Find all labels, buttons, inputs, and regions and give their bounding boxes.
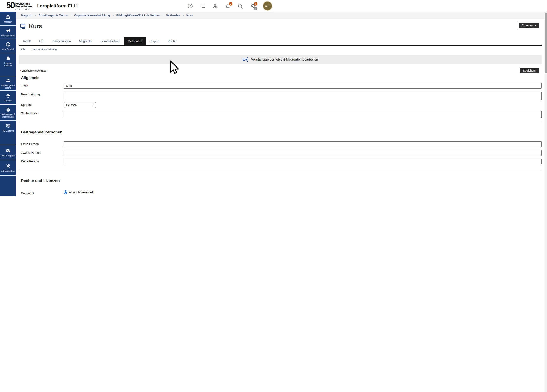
smiley-icon <box>6 42 11 47</box>
agenda-button[interactable] <box>200 3 205 9</box>
breadcrumb-item[interactable]: Abteilungen & Teams <box>39 14 68 17</box>
copyright-radio-selected[interactable] <box>64 190 67 194</box>
svg-text:***: *** <box>7 125 9 127</box>
search-icon <box>238 3 243 9</box>
sidebar-item-gremien[interactable]: Gremien <box>0 90 16 105</box>
sidebar-item-lehre-studium[interactable]: Lehre & Studium <box>0 53 16 77</box>
chevron-right-icon: › <box>70 14 71 17</box>
search-button[interactable] <box>237 3 243 9</box>
tab-info[interactable]: Info <box>35 37 48 45</box>
contacts-badge-bottom: 1 <box>254 7 258 10</box>
edit-full-metadata-banner[interactable]: Vollständige Lernobjekt-Metadaten bearbe… <box>19 55 274 64</box>
online-status-button[interactable]: ! <box>212 3 218 9</box>
titel-label: Titel* <box>19 83 64 87</box>
copyright-label: Copyright <box>19 190 64 195</box>
breadcrumb-item[interactable]: Magazin <box>21 14 32 17</box>
section-heading-beitragende: Beitragende Personen <box>21 130 274 135</box>
sidebar-item-vertretungen[interactable]: Vertretungen & Beauftragte <box>0 105 16 121</box>
tab-metadaten[interactable]: Metadaten <box>124 37 146 45</box>
app-header: 50 Hochschule Bremerhaven 1975 – 2025 Le… <box>0 0 274 12</box>
contacts-button[interactable]: 1 1 <box>250 3 256 9</box>
subtab-bar: LOM Taxonomiezuordnung <box>19 48 274 51</box>
breadcrumb-item[interactable]: Kurs <box>186 14 193 17</box>
required-note: * Erforderliche Angabe <box>20 69 46 72</box>
titel-input[interactable] <box>64 83 274 89</box>
chevron-right-icon: › <box>113 14 114 17</box>
main-content: Kurs Aktionen▼ Inhalt Info Einstellungen… <box>16 19 274 196</box>
tab-lernfortschritt[interactable]: Lernfortschritt <box>96 37 124 45</box>
notifications-badge: 2 <box>229 2 232 6</box>
svg-text:!: ! <box>216 6 217 8</box>
copyright-radio-label: All rights reserved <box>69 191 93 194</box>
monitor-icon: *** <box>6 123 11 128</box>
breadcrumb: Magazin › Abteilungen & Teams › Organisa… <box>16 12 274 19</box>
committee-icon <box>6 93 11 98</box>
help-icon: ? <box>187 3 193 9</box>
sidebar-item-magazin[interactable]: Magazin <box>0 12 16 26</box>
tools-icon <box>6 163 11 169</box>
chevron-right-icon: › <box>183 14 184 17</box>
svg-text:?: ? <box>189 5 191 7</box>
svg-text:?: ? <box>9 151 10 152</box>
sidebar-item-abteilungen-teams[interactable]: Abteilungen & Teams <box>0 77 16 90</box>
user-alert-icon: ! <box>212 3 218 9</box>
tab-export[interactable]: Export <box>146 37 163 45</box>
mail-question-icon: ? <box>6 148 11 153</box>
zweite-person-input[interactable] <box>64 150 274 156</box>
erste-person-label: Erste Person <box>19 142 64 146</box>
schlagwoerter-label: Schlagwörter <box>19 111 64 115</box>
sprache-selected-value: Deutsch <box>66 103 77 107</box>
user-avatar[interactable]: VG <box>263 1 272 11</box>
sprache-select[interactable]: Deutsch <box>64 102 96 108</box>
books-icon <box>6 56 11 61</box>
banner-label: Vollständige Lernobjekt-Metadaten bearbe… <box>251 58 274 61</box>
chevron-right-icon: › <box>162 14 164 17</box>
tab-rechte[interactable]: Rechte <box>164 37 182 45</box>
section-divider <box>19 122 274 122</box>
breadcrumb-item[interactable]: Organisationsentwicklung <box>74 14 110 17</box>
bank-icon <box>6 14 11 20</box>
notifications-button[interactable]: 2 <box>225 3 231 9</box>
course-easel-icon <box>20 23 26 30</box>
sidebar-item-wichtige-infos[interactable]: Wichtige Infos <box>0 26 16 39</box>
logo-years: 1975 – 2025 <box>15 8 32 10</box>
globe-people-icon <box>6 107 11 112</box>
beschreibung-label: Beschreibung <box>19 92 64 96</box>
chevron-down-icon <box>92 104 94 106</box>
dritte-person-label: Dritte Person <box>19 159 64 163</box>
breadcrumb-item[interactable]: Bildung/Wissen/ELLI Ve Gerdes <box>116 14 160 17</box>
erste-person-input[interactable] <box>64 142 274 147</box>
zweite-person-label: Zweite Person <box>19 150 64 154</box>
logo-line2: Bremerhaven <box>15 5 32 8</box>
beschreibung-textarea[interactable] <box>64 92 274 100</box>
sidebar-item-hs-systeme[interactable]: *** HS-Systeme <box>0 121 16 145</box>
tab-inhalt[interactable]: Inhalt <box>19 37 35 45</box>
tab-mitglieder[interactable]: Mitglieder <box>75 37 96 45</box>
chevron-right-icon: › <box>35 14 36 17</box>
tab-bar: Inhalt Info Einstellungen Mitglieder Ler… <box>19 37 274 46</box>
main-sidebar: Magazin Wichtige Infos Mein Bereich Lehr… <box>0 12 16 196</box>
university-logo: 50 Hochschule Bremerhaven 1975 – 2025 <box>6 1 32 10</box>
section-heading-allgemein: Allgemein <box>21 75 274 80</box>
breadcrumb-item[interactable]: Ve Gerdes <box>166 14 180 17</box>
section-heading-rechte: Rechte und Lizenzen <box>21 179 274 183</box>
dritte-person-input[interactable] <box>64 159 274 164</box>
page-title: Kurs <box>29 23 42 30</box>
tab-einstellungen[interactable]: Einstellungen <box>48 37 75 45</box>
list-icon <box>200 3 205 9</box>
contacts-badge-top: 1 <box>254 2 258 6</box>
sidebar-item-hilfe-support[interactable]: ? Hilfe & Support <box>0 145 16 160</box>
subtab-taxonomiezuordnung[interactable]: Taxonomiezuordnung <box>31 48 57 51</box>
people-group-icon <box>6 78 11 83</box>
schlagwoerter-input[interactable] <box>64 111 274 118</box>
metadata-tree-icon <box>243 57 248 62</box>
sprache-label: Sprache <box>19 102 64 107</box>
sidebar-item-administration[interactable]: Administration <box>0 160 16 176</box>
megaphone-icon <box>6 28 11 33</box>
section-divider <box>19 170 274 170</box>
subtab-lom[interactable]: LOM <box>20 48 26 51</box>
sidebar-item-mein-bereich[interactable]: Mein Bereich <box>0 39 16 53</box>
logo-50: 50 <box>6 1 14 9</box>
app-title: Lernplattform ELLI <box>37 3 78 9</box>
help-button[interactable]: ? <box>187 3 193 9</box>
